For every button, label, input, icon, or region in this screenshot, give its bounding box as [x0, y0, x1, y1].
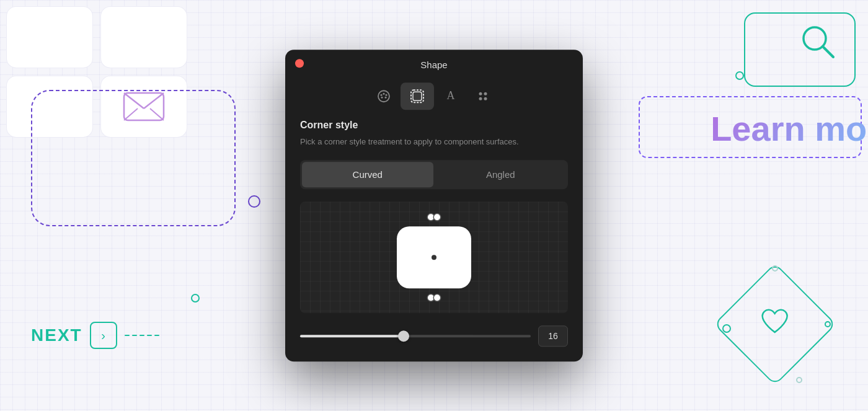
handle-bottom-left[interactable] — [428, 294, 434, 301]
tab-text[interactable]: A — [434, 82, 467, 110]
deco-dashed-rect-left — [31, 90, 236, 226]
svg-point-8 — [381, 94, 383, 95]
dot-teal-diamond — [722, 324, 731, 333]
svg-point-17 — [479, 97, 482, 100]
next-label: NEXT — [31, 325, 82, 345]
preview-shape-container — [397, 226, 471, 288]
deco-diamond-container — [713, 262, 837, 386]
handle-bottom-right[interactable] — [434, 294, 440, 301]
dash-2 — [132, 335, 137, 336]
shape-modal: Shape A — [285, 50, 583, 362]
tab-more[interactable] — [467, 82, 501, 110]
slider-track[interactable] — [300, 335, 531, 337]
palette-icon — [376, 89, 391, 104]
shape-icon — [409, 88, 425, 104]
svg-point-12 — [381, 96, 383, 98]
dot-teal-diamond-top — [772, 265, 778, 272]
deco-next-section: NEXT › — [31, 322, 159, 349]
deco-card-2 — [100, 6, 187, 68]
next-dashes — [125, 335, 159, 336]
modal-title: Shape — [420, 60, 447, 70]
section-title: Corner style — [300, 120, 568, 131]
dot-purple — [248, 195, 260, 208]
svg-point-11 — [385, 96, 387, 98]
slider-value[interactable]: 16 — [538, 325, 568, 347]
section-description: Pick a corner style treatment to apply t… — [300, 136, 568, 148]
svg-point-10 — [386, 94, 388, 95]
handle-top-right[interactable] — [434, 214, 440, 220]
dot-teal-diamond-right — [825, 321, 831, 327]
dash-5 — [154, 335, 159, 336]
modal-titlebar: Shape — [285, 50, 583, 77]
next-box-icon: › — [90, 322, 117, 349]
deco-diamond-shape — [714, 263, 836, 386]
modal-tabs: A — [285, 77, 583, 117]
modal-body: Corner style Pick a corner style treatme… — [285, 117, 583, 362]
slider-fill — [300, 335, 404, 337]
svg-point-15 — [479, 92, 482, 95]
dot-teal-diamond-bottom — [796, 377, 802, 383]
svg-point-9 — [383, 92, 385, 94]
curved-button[interactable]: Curved — [302, 162, 433, 187]
svg-point-18 — [484, 97, 487, 100]
svg-point-16 — [484, 92, 487, 95]
dash-4 — [147, 335, 152, 336]
tab-palette[interactable] — [367, 82, 401, 110]
preview-shape — [397, 226, 471, 288]
svg-rect-14 — [413, 92, 422, 100]
heart-icon — [760, 307, 790, 342]
radius-slider-row: 16 — [300, 325, 568, 347]
more-icon — [477, 89, 492, 104]
dot-teal-small — [191, 294, 200, 303]
dash-1 — [125, 335, 130, 336]
center-dot — [432, 255, 436, 260]
text-icon: A — [447, 89, 455, 102]
svg-point-7 — [378, 91, 389, 102]
dash-3 — [140, 335, 144, 336]
deco-search-icon — [794, 17, 843, 69]
tab-shape[interactable] — [401, 82, 434, 110]
deco-card-1 — [6, 6, 93, 68]
preview-area — [300, 201, 568, 313]
handle-top-left[interactable] — [428, 214, 434, 220]
dot-teal-top-right — [735, 71, 744, 80]
svg-line-6 — [823, 46, 833, 57]
traffic-lights — [295, 59, 304, 68]
angled-button[interactable]: Angled — [435, 162, 567, 187]
slider-thumb[interactable] — [398, 330, 409, 342]
learn-more-text: Learn mor — [711, 108, 868, 149]
close-button[interactable] — [295, 59, 304, 68]
corner-style-toggle: Curved Angled — [300, 160, 568, 189]
